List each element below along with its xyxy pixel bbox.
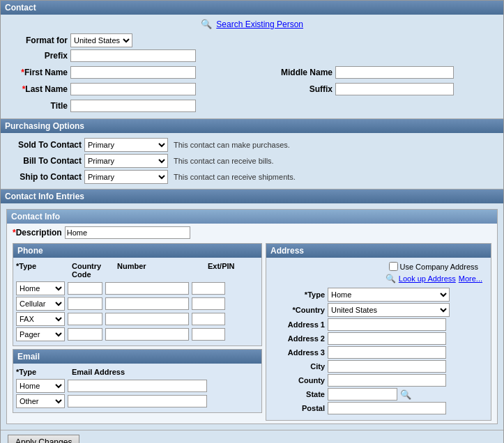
sold-to-select[interactable]: PrimarySecondaryNone: [84, 138, 168, 152]
title-input[interactable]: [70, 100, 196, 112]
email-row-other: OtherHomeWork: [16, 394, 259, 408]
phone-num-pager[interactable]: [105, 328, 189, 341]
ship-to-select[interactable]: PrimarySecondaryNone: [84, 170, 168, 184]
phone-cc-home[interactable]: [68, 282, 102, 295]
phone-ext-fax[interactable]: [192, 313, 225, 325]
use-company-row: Use Company Address: [272, 262, 485, 271]
address1-label: Address 1: [272, 320, 328, 329]
suffix-label: Suffix: [273, 84, 335, 94]
phone-cc-fax[interactable]: [68, 313, 102, 325]
phone-num-home[interactable]: [105, 282, 189, 295]
phone-ext-home[interactable]: [192, 282, 225, 295]
bill-to-select[interactable]: PrimarySecondaryNone: [84, 154, 168, 168]
contact-title: Contact: [5, 3, 36, 13]
lookup-icon: 🔍: [385, 274, 396, 283]
use-company-checkbox[interactable]: [389, 262, 398, 271]
postal-input[interactable]: [328, 402, 446, 414]
county-input[interactable]: [328, 374, 446, 387]
phone-cc-cellular[interactable]: [68, 297, 102, 310]
phone-num-fax[interactable]: [105, 313, 189, 325]
format-for-row: Format for United States Canada Other: [8, 33, 496, 47]
name-row: First Name Middle Name: [8, 64, 496, 81]
postal-label: Postal: [272, 404, 328, 412]
suffix-col: Suffix: [259, 81, 496, 98]
description-input[interactable]: [65, 226, 190, 239]
title-label: Title: [8, 101, 70, 111]
contact-info-body: *Description Phone: [7, 224, 497, 423]
address-country-select[interactable]: United StatesCanadaOther: [328, 303, 450, 317]
phone-type-pager[interactable]: PagerHomeCellularFAX: [16, 327, 65, 341]
phone-num-cellular[interactable]: [105, 297, 189, 310]
state-input[interactable]: [328, 388, 397, 401]
lookup-address-link[interactable]: Look up Address: [399, 274, 456, 283]
email-address-home[interactable]: [68, 380, 207, 392]
ship-to-note: This contact can receive shipments.: [174, 173, 296, 181]
bill-to-row: Bill To Contact PrimarySecondaryNone Thi…: [8, 154, 496, 168]
address-country-label: *Country: [272, 306, 328, 314]
address-body: Use Company Address 🔍 Look up Address Mo…: [266, 258, 491, 420]
address3-input[interactable]: [328, 346, 446, 359]
email-col-headers: *Type Email Address: [16, 366, 259, 378]
phone-row-home: HomeCellularFAXPager: [16, 281, 259, 295]
prefix-input[interactable]: [70, 49, 196, 62]
search-existing-person-link[interactable]: Search Existing Person: [216, 20, 303, 29]
last-name-label: Last Name: [8, 84, 70, 94]
last-suffix-row: Last Name Suffix: [8, 81, 496, 98]
phone-ext-header: Ext/PIN: [208, 262, 250, 279]
phone-cc-header: Country Code: [72, 262, 117, 279]
contact-top-area: 🔍 Search Existing Person Format for Unit…: [1, 15, 503, 119]
format-for-label: Format for: [8, 36, 70, 45]
email-address-header: Email Address: [72, 368, 259, 376]
bill-to-note: This contact can receive bills.: [174, 157, 274, 165]
suffix-input[interactable]: [335, 83, 454, 95]
email-type-other[interactable]: OtherHomeWork: [16, 394, 65, 408]
email-type-home[interactable]: HomeWorkOther: [16, 379, 65, 393]
state-lookup-icon[interactable]: 🔍: [400, 389, 411, 400]
footer: Apply Changes: [1, 430, 503, 443]
middle-name-label: Middle Name: [273, 68, 335, 77]
contact-info-inner-title: Contact Info: [11, 212, 60, 222]
state-input-row: 🔍: [328, 388, 411, 401]
format-for-select[interactable]: United States Canada Other: [70, 33, 132, 47]
purchasing-title: Purchasing Options: [5, 121, 84, 131]
city-input[interactable]: [328, 360, 446, 373]
apply-changes-button[interactable]: Apply Changes: [8, 435, 79, 443]
address-header: Address: [266, 244, 491, 258]
more-link[interactable]: More...: [459, 274, 482, 283]
county-label: County: [272, 376, 328, 384]
phone-ext-pager[interactable]: [192, 328, 225, 341]
address2-input[interactable]: [328, 332, 446, 345]
phone-type-header: *Type: [16, 262, 72, 279]
middle-name-input[interactable]: [335, 66, 454, 79]
phone-type-fax[interactable]: FAXHomeCellularPager: [16, 312, 65, 326]
phone-type-cellular[interactable]: CellularHomeFAXPager: [16, 297, 65, 311]
last-name-col: Last Name: [8, 81, 259, 98]
postal-row: Postal: [272, 402, 485, 414]
search-icon: 🔍: [201, 19, 212, 29]
last-name-input[interactable]: [70, 83, 196, 95]
phone-row-pager: PagerHomeCellularFAX: [16, 327, 259, 341]
phone-type-home[interactable]: HomeCellularFAXPager: [16, 281, 65, 295]
phone-box: Phone *Type Country Code Number Ext/PIN: [13, 243, 262, 346]
first-name-input[interactable]: [70, 66, 196, 79]
address1-input[interactable]: [328, 318, 446, 331]
prefix-row: Prefix: [8, 49, 496, 62]
address2-label: Address 2: [272, 334, 328, 343]
bill-to-label: Bill To Contact: [8, 156, 84, 166]
phone-ext-cellular[interactable]: [192, 297, 225, 310]
email-row-home: HomeWorkOther: [16, 379, 259, 393]
first-name-label: First Name: [8, 68, 70, 77]
address-col: Address Use Company Address: [266, 243, 491, 421]
middle-name-col: Middle Name: [259, 64, 496, 81]
address-title: Address: [270, 246, 304, 256]
county-row: County: [272, 374, 485, 387]
phone-cc-pager[interactable]: [68, 328, 102, 341]
phone-col-headers: *Type Country Code Number Ext/PIN: [16, 261, 259, 280]
sold-to-note: This contact can make purchases.: [174, 141, 290, 149]
contact-info-entries-header: Contact Info Entries: [1, 189, 503, 203]
city-label: City: [272, 362, 328, 371]
phone-email-col: Phone *Type Country Code Number Ext/PIN: [13, 243, 262, 421]
email-address-other[interactable]: [68, 395, 207, 407]
address3-row: Address 3: [272, 346, 485, 359]
address-type-select[interactable]: HomeWorkOther: [328, 288, 450, 302]
